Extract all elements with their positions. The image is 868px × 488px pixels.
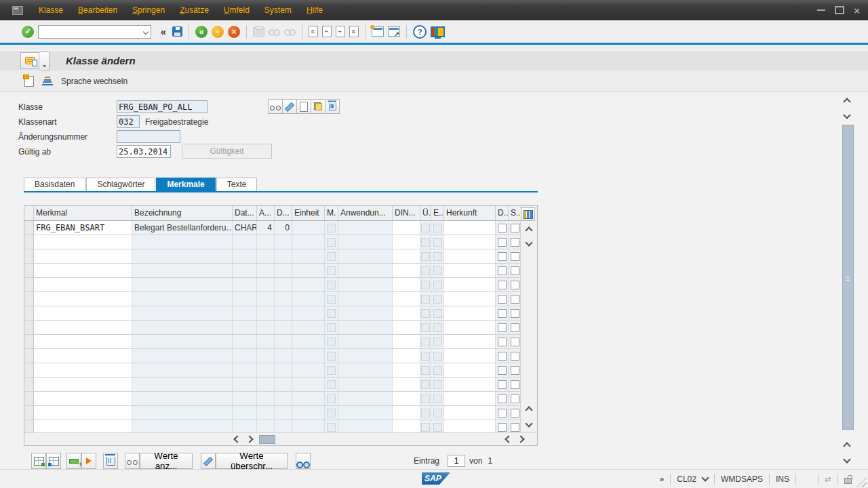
scroll-up-icon[interactable] [524, 405, 534, 415]
cell-merkmal[interactable] [34, 249, 132, 264]
menu-zusätze[interactable]: Zusätze [172, 0, 216, 20]
menu-bearbeiten[interactable]: Bearbeiten [71, 0, 125, 20]
cell-d2[interactable] [496, 406, 509, 420]
col-header-dat[interactable]: Dat... [233, 206, 257, 221]
copy-row-button[interactable] [66, 453, 81, 469]
cell-d2[interactable] [496, 235, 509, 249]
enter-icon[interactable]: ✓ [22, 26, 34, 38]
checkbox[interactable] [511, 323, 519, 332]
menu-umfeld[interactable]: Umfeld [216, 0, 257, 20]
cell-d2[interactable] [496, 264, 509, 278]
cell-d2[interactable] [496, 349, 509, 363]
menu-klasse[interactable]: Klasse [31, 0, 71, 20]
hierarchy-icon[interactable] [42, 77, 53, 85]
eintrag-field[interactable] [448, 455, 465, 467]
transaction-code[interactable]: CL02 [677, 474, 696, 484]
cell-din[interactable] [393, 278, 420, 292]
checkbox[interactable] [498, 295, 507, 304]
checkbox[interactable] [511, 266, 519, 275]
display-button[interactable] [268, 99, 283, 114]
checkbox[interactable] [511, 252, 519, 261]
scroll-down-icon[interactable] [524, 237, 534, 248]
previous-page-icon[interactable]: ‹ [322, 26, 332, 37]
klassenart-field[interactable] [117, 115, 140, 128]
table-vscrollbar[interactable] [520, 221, 537, 433]
checkbox[interactable] [498, 380, 507, 389]
gui-settings-icon[interactable] [431, 26, 445, 37]
main-vscrollbar[interactable] [841, 95, 854, 466]
cell-merkmal[interactable]: FRG_EBAN_BSART [34, 221, 132, 235]
gueltig-ab-field[interactable] [117, 145, 171, 158]
cell-herkunft[interactable] [444, 392, 496, 406]
back-icon[interactable]: « [195, 26, 208, 38]
checkbox[interactable] [498, 238, 507, 247]
checkbox[interactable] [511, 409, 519, 418]
cell-din[interactable] [393, 349, 420, 363]
cell-merkmal[interactable] [34, 264, 132, 278]
last-page-icon[interactable]: » [349, 26, 359, 37]
cell-herkunft[interactable] [444, 335, 496, 349]
services-dropdown-button[interactable] [39, 52, 50, 70]
cell-herkunft[interactable] [444, 306, 496, 321]
cell-merkmal[interactable] [34, 235, 132, 249]
cell-din[interactable] [393, 235, 420, 249]
tab-schlagwörter[interactable]: Schlagwörter [86, 178, 155, 191]
cell-sel[interactable] [24, 221, 34, 235]
cell-herkunft[interactable] [444, 278, 496, 292]
cell-d2[interactable] [496, 221, 509, 235]
checkbox[interactable] [498, 281, 507, 289]
cell-merkmal[interactable] [34, 292, 132, 306]
cell-sel[interactable] [24, 392, 34, 406]
chevron-down-icon[interactable] [701, 474, 709, 481]
cell-merkmal[interactable] [34, 406, 132, 420]
checkbox[interactable] [511, 338, 519, 346]
col-header-m[interactable]: M. [325, 206, 338, 221]
menu-hilfe[interactable]: Hilfe [299, 0, 330, 20]
insert-row-button[interactable] [46, 453, 61, 469]
cell-sel[interactable] [24, 321, 34, 335]
cell-sel[interactable] [24, 378, 34, 392]
scroll-up-icon[interactable] [524, 225, 534, 236]
checkbox[interactable] [511, 366, 519, 375]
cell-sel[interactable] [24, 349, 34, 363]
change-language-button[interactable]: Sprache wechseln [61, 77, 127, 86]
cell-d2[interactable] [496, 321, 509, 335]
first-page-icon[interactable]: « [309, 26, 318, 37]
table-config-button[interactable] [521, 207, 535, 221]
checkbox[interactable] [498, 252, 507, 261]
create-shortcut-icon[interactable] [388, 26, 400, 37]
change-button[interactable] [282, 99, 297, 114]
checkbox[interactable] [498, 423, 507, 432]
werte-anzeigen-button[interactable]: Werte anz... [140, 453, 193, 469]
vscroll-thumb[interactable] [842, 125, 854, 430]
checkbox[interactable] [511, 352, 519, 361]
cell-herkunft[interactable] [444, 235, 496, 249]
scroll-up-icon[interactable] [842, 441, 852, 451]
aenderungsnummer-field[interactable] [117, 130, 180, 143]
paste-row-button[interactable] [81, 453, 96, 469]
klasse-field[interactable] [117, 100, 208, 113]
cell-herkunft[interactable] [444, 378, 496, 392]
checkbox[interactable] [511, 224, 519, 232]
cell-merkmal[interactable] [34, 363, 132, 378]
checkbox[interactable] [498, 394, 507, 403]
cell-d2[interactable] [496, 306, 509, 321]
scroll-down-icon[interactable] [842, 454, 852, 465]
col-header-einheit[interactable]: Einheit [292, 206, 325, 221]
cell-sel[interactable] [24, 264, 34, 278]
col-header-d[interactable]: D... [275, 206, 292, 221]
tab-texte[interactable]: Texte [216, 178, 258, 191]
scroll-down-icon[interactable] [524, 418, 534, 429]
cell-din[interactable] [393, 378, 420, 392]
werte-ueberschreiben-button[interactable]: Werte überschr... [216, 453, 288, 469]
scroll-right-icon[interactable] [244, 434, 255, 445]
col-header-a[interactable]: A... [257, 206, 275, 221]
cell-sel[interactable] [24, 278, 34, 292]
checkbox[interactable] [511, 423, 519, 432]
cell-herkunft[interactable] [444, 221, 496, 235]
scroll-left-icon[interactable] [503, 434, 514, 445]
cell-din[interactable] [393, 363, 420, 378]
cell-herkunft[interactable] [444, 321, 496, 335]
append-row-button[interactable] [31, 453, 46, 469]
checkbox[interactable] [498, 323, 507, 332]
